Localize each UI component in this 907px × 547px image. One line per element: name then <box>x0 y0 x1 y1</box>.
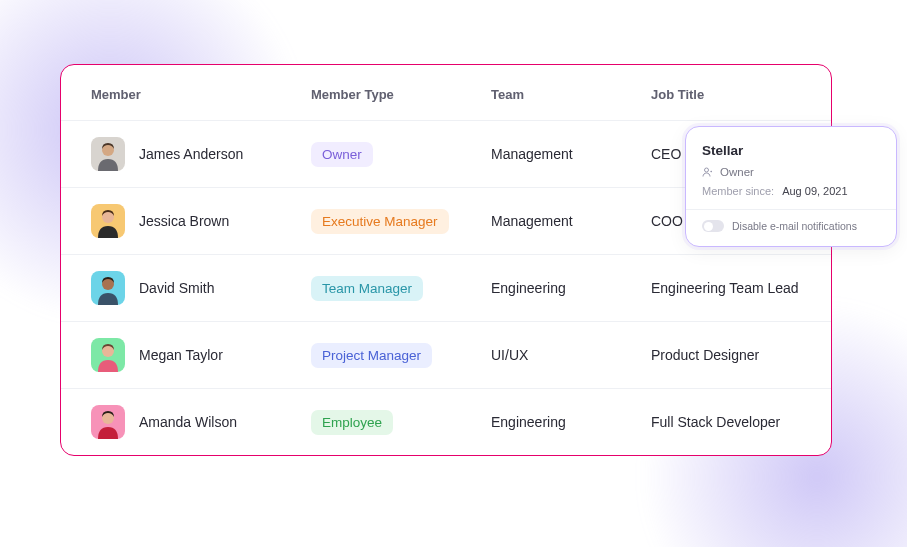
team-cell: Management <box>491 213 651 229</box>
header-member: Member <box>91 87 311 102</box>
member-type-badge: Employee <box>311 410 393 435</box>
table-header-row: Member Member Type Team Job Title <box>61 65 831 120</box>
detail-role-label: Owner <box>720 166 754 178</box>
avatar <box>91 204 125 238</box>
member-type-badge: Executive Manager <box>311 209 449 234</box>
member-name: Megan Taylor <box>139 347 223 363</box>
avatar <box>91 338 125 372</box>
member-type-badge: Owner <box>311 142 373 167</box>
title-cell: Full Stack Developer <box>651 414 801 430</box>
member-name: Jessica Brown <box>139 213 229 229</box>
member-detail-card: Stellar Owner Member since: Aug 09, 2021… <box>685 126 897 247</box>
member-cell: Jessica Brown <box>91 204 311 238</box>
type-cell: Employee <box>311 410 491 435</box>
member-type-badge: Team Manager <box>311 276 423 301</box>
detail-name: Stellar <box>702 143 880 158</box>
avatar <box>91 137 125 171</box>
member-name: Amanda Wilson <box>139 414 237 430</box>
title-cell: Engineering Team Lead <box>651 280 801 296</box>
table-row[interactable]: Megan Taylor Project Manager UI/UX Produ… <box>61 321 831 388</box>
member-name: James Anderson <box>139 146 243 162</box>
table-row[interactable]: David Smith Team Manager Engineering Eng… <box>61 254 831 321</box>
member-cell: David Smith <box>91 271 311 305</box>
avatar <box>91 405 125 439</box>
divider <box>686 209 896 210</box>
team-cell: Engineering <box>491 414 651 430</box>
toggle-label: Disable e-mail notifications <box>732 220 857 232</box>
type-cell: Team Manager <box>311 276 491 301</box>
avatar <box>91 271 125 305</box>
header-team: Team <box>491 87 651 102</box>
detail-since-label: Member since: <box>702 185 774 197</box>
member-cell: Amanda Wilson <box>91 405 311 439</box>
table-row[interactable]: Amanda Wilson Employee Engineering Full … <box>61 388 831 455</box>
detail-since: Member since: Aug 09, 2021 <box>702 185 880 197</box>
title-cell: Product Designer <box>651 347 801 363</box>
detail-toggle-row: Disable e-mail notifications <box>702 220 880 232</box>
user-icon <box>702 166 714 178</box>
members-table: Member Member Type Team Job Title James … <box>60 64 832 456</box>
member-name: David Smith <box>139 280 214 296</box>
type-cell: Project Manager <box>311 343 491 368</box>
type-cell: Owner <box>311 142 491 167</box>
team-cell: UI/UX <box>491 347 651 363</box>
team-cell: Engineering <box>491 280 651 296</box>
detail-role: Owner <box>702 166 880 178</box>
detail-since-value: Aug 09, 2021 <box>782 185 847 197</box>
header-member-type: Member Type <box>311 87 491 102</box>
member-type-badge: Project Manager <box>311 343 432 368</box>
header-job-title: Job Title <box>651 87 801 102</box>
member-cell: Megan Taylor <box>91 338 311 372</box>
svg-point-10 <box>705 168 709 172</box>
team-cell: Management <box>491 146 651 162</box>
member-cell: James Anderson <box>91 137 311 171</box>
notifications-toggle[interactable] <box>702 220 724 232</box>
type-cell: Executive Manager <box>311 209 491 234</box>
